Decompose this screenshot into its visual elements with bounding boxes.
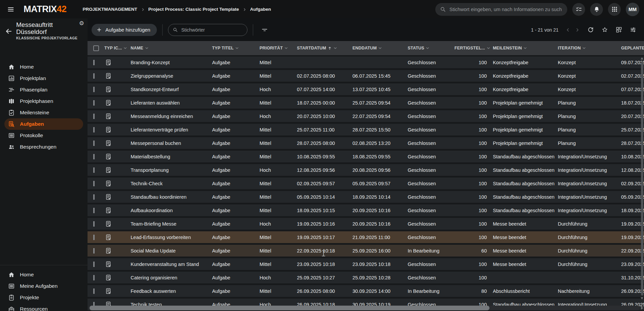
row-checkbox[interactable]: [93, 167, 95, 173]
table-row[interactable]: Materialbestellung Aufgabe Mittel 10.08.…: [88, 151, 644, 162]
row-checkbox[interactable]: [93, 275, 95, 280]
favorite-button[interactable]: [599, 24, 610, 36]
row-checkbox[interactable]: [93, 248, 95, 254]
row-checkbox[interactable]: [93, 154, 95, 159]
row-checkbox[interactable]: [93, 221, 95, 227]
horizontal-scrollbar-thumb[interactable]: [90, 306, 489, 310]
row-checkbox[interactable]: [93, 73, 95, 79]
row-checkbox[interactable]: [93, 194, 95, 200]
view-settings-button[interactable]: [627, 24, 639, 36]
row-checkbox[interactable]: [93, 181, 95, 186]
sidebar-item-aufgaben[interactable]: Aufgaben: [4, 118, 83, 130]
table-row[interactable]: Standaufbau koordinieren Aufgabe Mittel …: [88, 191, 644, 203]
hamburger-menu-button[interactable]: [4, 3, 18, 16]
tasks-button[interactable]: [572, 3, 585, 16]
col-header-name[interactable]: NAME: [129, 46, 211, 50]
table-row[interactable]: Standkonzept-Entwurf Aufgabe Hoch 07.07.…: [88, 83, 644, 95]
keyword-search-input[interactable]: [180, 27, 243, 33]
breadcrumb-projektmanagement[interactable]: PROJEKTMANAGEMENT: [83, 7, 137, 12]
row-select-cell: [88, 194, 103, 200]
scroll-down-arrow[interactable]: [641, 297, 643, 300]
row-checkbox[interactable]: [93, 60, 95, 65]
col-header-fertigstellung[interactable]: FERTIGSTEL...: [453, 46, 492, 50]
table-row[interactable]: Feedback auswerten Aufgabe Mittel 26.09.…: [88, 285, 644, 297]
row-checkbox[interactable]: [93, 208, 95, 213]
sidebar-item-meine-aufgaben[interactable]: Meine Aufgaben: [0, 280, 88, 292]
row-checkbox[interactable]: [93, 127, 95, 132]
sidebar-item-protokolle[interactable]: Protokolle: [0, 130, 88, 141]
cell-meilenstein: Projektplan gemehmigt: [492, 100, 556, 106]
sidebar-item-phasenplan[interactable]: Phasenplan: [0, 84, 88, 95]
col-header-enddatum[interactable]: ENDDATUM: [351, 46, 406, 50]
add-task-button[interactable]: Aufgabe hinzufügen: [92, 24, 157, 36]
row-checkbox[interactable]: [93, 235, 95, 240]
row-checkbox[interactable]: [93, 288, 95, 294]
cell-prioritaet: Mittel: [258, 141, 296, 146]
page-prev-button[interactable]: [563, 25, 573, 35]
scroll-up-arrow[interactable]: [641, 57, 643, 60]
col-header-iteration[interactable]: ITERATION: [556, 46, 620, 50]
table-row[interactable]: Kundenveranstaltung am Stand Aufgabe Mit…: [88, 258, 644, 270]
table-row[interactable]: Social Media Update Aufgabe Mittel 22.09…: [88, 245, 644, 257]
col-header-status[interactable]: STATUS: [406, 46, 453, 50]
table-row[interactable]: Lieferanten auswählen Aufgabe Mittel 18.…: [88, 97, 644, 109]
table-row[interactable]: Catering organisieren Aufgabe Hoch 25.09…: [88, 272, 644, 283]
cell-iteration: Konzept: [556, 87, 620, 92]
sidebar-item-meilensteine[interactable]: Meilensteine: [0, 107, 88, 118]
col-header-typ-icon[interactable]: TYP IC...: [103, 46, 129, 50]
breadcrumb-project-process[interactable]: Project Process: Classic Project Templat…: [148, 7, 239, 12]
global-search-input[interactable]: [449, 6, 563, 12]
sidebar-item-ressourcen[interactable]: Ressourcen: [0, 303, 88, 311]
search-icon: [440, 6, 446, 12]
table-row[interactable]: Messepersonal buchen Aufgabe Mittel 28.0…: [88, 137, 644, 149]
table-row[interactable]: Team-Briefing Messe Aufgabe Hoch 19.09.2…: [88, 218, 644, 230]
table-header: TYP IC... NAME TYP TITEL PRIORITÄT START…: [88, 41, 644, 55]
cell-typ-titel: Aufgabe: [211, 275, 258, 280]
select-all-checkbox[interactable]: [93, 45, 99, 51]
col-header-typ-titel[interactable]: TYP TITEL: [211, 46, 258, 50]
row-checkbox[interactable]: [93, 87, 95, 92]
sidebar-item-besprechungen[interactable]: Besprechungen: [0, 141, 88, 153]
task-icon: [105, 274, 112, 281]
sidebar-item-projekte[interactable]: Projekte: [0, 292, 88, 303]
filter-button[interactable]: [259, 24, 271, 36]
refresh-button[interactable]: [585, 24, 596, 36]
add-widget-button[interactable]: [613, 24, 624, 36]
sidebar-item-projektplan[interactable]: Projektplan: [0, 73, 88, 84]
col-header-geplante[interactable]: GEPLANTE: [620, 46, 644, 50]
row-checkbox[interactable]: [93, 100, 95, 106]
table-row[interactable]: Lead-Erfassung vorbereiten Aufgabe Mitte…: [88, 231, 644, 243]
chevron-left-icon: [565, 27, 571, 33]
back-button[interactable]: [5, 27, 13, 36]
table-row[interactable]: Zielgruppenanalyse Aufgabe Mittel 02.07.…: [88, 70, 644, 82]
table-row[interactable]: Branding-Konzept Aufgabe Mittel Geschlos…: [88, 56, 644, 68]
row-checkbox[interactable]: [93, 262, 95, 267]
col-header-meilenstein[interactable]: MEILENSTEIN: [492, 46, 556, 50]
breadcrumb-aufgaben[interactable]: Aufgaben: [250, 7, 271, 12]
user-avatar[interactable]: MM: [626, 3, 639, 16]
sidebar-item-home[interactable]: Home: [0, 61, 88, 73]
scroll-right-arrow[interactable]: [641, 306, 643, 310]
row-checkbox[interactable]: [93, 141, 95, 146]
notifications-button[interactable]: [590, 3, 603, 16]
task-icon: [105, 113, 112, 120]
table-row[interactable]: Technik-Check Aufgabe Mittel 02.09.2025 …: [88, 178, 644, 189]
row-checkbox[interactable]: [93, 114, 95, 119]
table-row[interactable]: Aufbaukoordination Aufgabe Mittel 18.09.…: [88, 204, 644, 216]
vertical-scrollbar-thumb[interactable]: [641, 61, 643, 296]
sidebar-item-label: Projekte: [20, 295, 39, 301]
col-header-startdatum[interactable]: STARTDATUM: [296, 46, 351, 50]
sidebar-item-global-home[interactable]: Home: [0, 269, 88, 280]
app-launcher-button[interactable]: [608, 3, 621, 16]
project-settings-gear-icon[interactable]: ⚙: [79, 21, 84, 26]
page-next-button[interactable]: [573, 25, 582, 35]
table-row[interactable]: Messeanmeldung einreichen Aufgabe Hoch 2…: [88, 110, 644, 122]
table-row[interactable]: Transportplanung Aufgabe Hoch 12.08.2025…: [88, 164, 644, 176]
cell-iteration: Durchführung: [556, 248, 620, 254]
horizontal-scrollbar[interactable]: [88, 306, 640, 310]
cell-enddatum: 25.09.2025 10:28: [351, 275, 406, 280]
table-row[interactable]: Lieferantenverträge prüfen Aufgabe Mitte…: [88, 124, 644, 135]
col-header-prioritaet[interactable]: PRIORITÄT: [258, 46, 296, 50]
matrix42-logo[interactable]: MATRIX42: [24, 4, 67, 14]
sidebar-item-projektphasen[interactable]: Projektphasen: [0, 95, 88, 107]
